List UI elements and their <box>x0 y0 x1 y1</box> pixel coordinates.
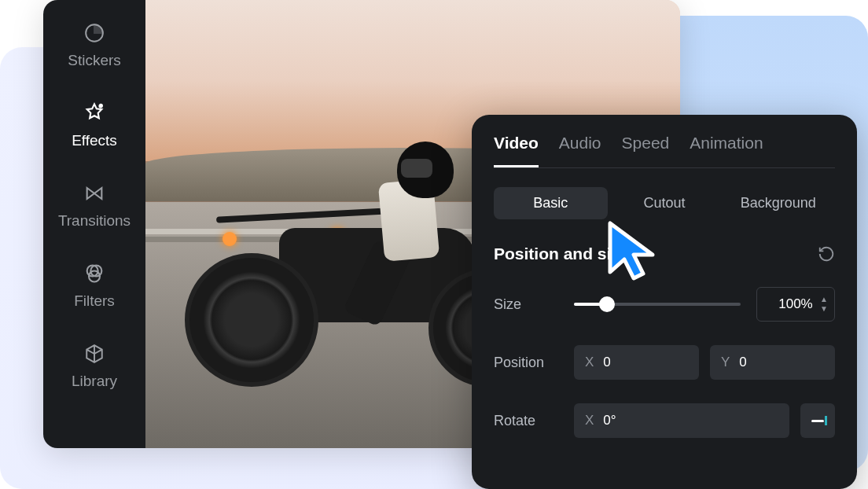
tab-video[interactable]: Video <box>494 134 539 167</box>
tab-audio[interactable]: Audio <box>559 134 601 167</box>
sidebar-item-filters[interactable]: Filters <box>43 258 145 314</box>
rotate-axis-toggle[interactable] <box>800 403 835 438</box>
rotate-axis-icon <box>811 420 824 422</box>
filters-icon <box>83 263 105 285</box>
sidebar-item-label: Stickers <box>68 52 121 69</box>
subtab-background[interactable]: Background <box>721 187 835 219</box>
main-tabs: Video Audio Speed Animation <box>494 134 835 168</box>
size-label: Size <box>494 296 558 313</box>
sidebar-item-label: Transitions <box>58 212 131 230</box>
sidebar-item-label: Effects <box>72 132 117 149</box>
size-value-input[interactable]: 100% ▲ ▼ <box>756 287 835 322</box>
reset-button[interactable] <box>818 245 835 263</box>
svg-point-1 <box>99 105 102 108</box>
section-title: Position and size <box>494 244 629 263</box>
sidebar-item-label: Library <box>72 373 117 390</box>
stepper-down-icon: ▼ <box>820 305 828 313</box>
rotate-x-input[interactable]: X 0° <box>574 403 789 438</box>
tab-speed[interactable]: Speed <box>622 134 670 167</box>
sub-tabs: Basic Cutout Background <box>494 187 835 219</box>
stepper-up-icon: ▲ <box>820 296 828 303</box>
sidebar-item-stickers[interactable]: Stickers <box>43 17 145 74</box>
sidebar-item-effects[interactable]: Effects <box>43 97 145 154</box>
rotate-label: Rotate <box>494 413 558 429</box>
size-slider[interactable] <box>574 303 741 306</box>
slider-thumb[interactable] <box>599 296 615 312</box>
tab-animation[interactable]: Animation <box>690 134 763 167</box>
sidebar-item-transitions[interactable]: Transitions <box>43 178 145 234</box>
position-label: Position <box>494 355 558 371</box>
sidebar: Stickers Effects Transitions Filters Lib… <box>43 0 145 448</box>
stickers-icon <box>83 22 105 44</box>
video-properties-panel: Video Audio Speed Animation Basic Cutout… <box>472 115 857 489</box>
position-y-input[interactable]: Y 0 <box>710 345 835 380</box>
size-stepper[interactable]: ▲ ▼ <box>820 296 828 313</box>
library-icon <box>83 343 105 365</box>
subtab-cutout[interactable]: Cutout <box>608 187 722 219</box>
position-x-input[interactable]: X 0 <box>574 345 699 380</box>
sidebar-item-library[interactable]: Library <box>43 338 145 395</box>
transitions-icon <box>83 182 105 204</box>
subtab-basic[interactable]: Basic <box>494 187 608 219</box>
sidebar-item-label: Filters <box>74 292 115 310</box>
effects-icon <box>83 102 105 124</box>
